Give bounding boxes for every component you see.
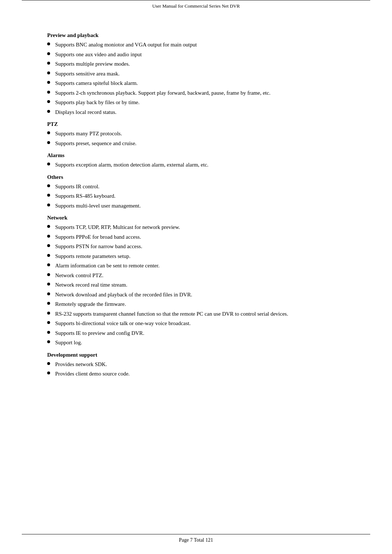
list-item: RS-232 supports transparent channel func…: [47, 310, 345, 318]
list-item-text: Supports bi-directional voice talk or on…: [55, 319, 345, 328]
list-item: Supports bi-directional voice talk or on…: [47, 319, 345, 328]
bullet-icon: [47, 235, 50, 238]
list-item-text: Supports BNC analog moniotor and VGA out…: [55, 41, 345, 49]
bullet-icon: [47, 244, 50, 247]
list-item: Supports preset, sequence and cruise.: [47, 139, 345, 148]
list-item: Supports RS-485 keyboard.: [47, 192, 345, 200]
list-item: Network download and playback of the rec…: [47, 291, 345, 299]
section-heading-network: Network: [47, 215, 345, 221]
list-item: Supports IE to preview and config DVR.: [47, 329, 345, 337]
list-item: Supports camera spiteful block alarm.: [47, 79, 345, 87]
list-item-text: Supports PSTN for narrow band access.: [55, 242, 345, 251]
list-item: Supports remote parameters setup.: [47, 252, 345, 260]
list-item-text: Supports 2-ch synchronous playback. Supp…: [55, 89, 345, 97]
list-item-text: Supports sensitive area mask.: [55, 70, 345, 78]
list-item-text: Network record real time stream.: [55, 281, 345, 289]
section-heading-development-support: Development support: [47, 352, 345, 358]
page-container: User Manual for Commercial Series Net DV…: [0, 0, 392, 554]
bullet-icon: [47, 225, 50, 228]
list-item-text: Supports play back by files or by time.: [55, 98, 345, 107]
list-item-text: Supports exception alarm, motion detecti…: [55, 161, 345, 169]
list-item: Supports 2-ch synchronous playback. Supp…: [47, 89, 345, 97]
list-item: Supports multiple preview modes.: [47, 60, 345, 68]
bullet-list-network: Supports TCP, UDP, RTP, Multicast for ne…: [47, 223, 345, 347]
bullet-icon: [47, 204, 50, 206]
footer-line: Page 7 Total 121: [22, 534, 370, 543]
bullet-icon: [47, 273, 50, 276]
bullet-icon: [47, 372, 50, 374]
bullet-list-preview-playback: Supports BNC analog moniotor and VGA out…: [47, 41, 345, 116]
section-heading-alarms: Alarms: [47, 152, 345, 159]
list-item: Supports PSTN for narrow band access.: [47, 242, 345, 251]
bullet-list-others: Supports IR control.Supports RS-485 keyb…: [47, 182, 345, 210]
list-item: Provides client demo source code.: [47, 370, 345, 378]
bullet-list-alarms: Supports exception alarm, motion detecti…: [47, 161, 345, 169]
list-item-text: Supports one aux video and audio input: [55, 50, 345, 59]
list-item: Supports TCP, UDP, RTP, Multicast for ne…: [47, 223, 345, 231]
list-item: Supports sensitive area mask.: [47, 70, 345, 78]
list-item-text: RS-232 supports transparent channel func…: [55, 310, 345, 318]
page-header: User Manual for Commercial Series Net DV…: [22, 0, 370, 16]
list-item-text: Remotely upgrade the firmware.: [55, 300, 345, 308]
list-item: Remotely upgrade the firmware.: [47, 300, 345, 308]
list-item: Network control PTZ.: [47, 271, 345, 280]
bullet-icon: [47, 110, 50, 113]
list-item-text: Supports multi-level user management.: [55, 202, 345, 210]
list-item: Supports play back by files or by time.: [47, 98, 345, 107]
bullet-icon: [47, 321, 50, 324]
bullet-icon: [47, 194, 50, 197]
bullet-icon: [47, 71, 50, 74]
bullet-icon: [47, 362, 50, 365]
list-item: Supports one aux video and audio input: [47, 50, 345, 59]
page-footer-area: Page 7 Total 121: [22, 534, 370, 543]
list-item-text: Supports many PTZ protocols.: [55, 130, 345, 138]
bullet-icon: [47, 283, 50, 286]
bullet-icon: [47, 42, 50, 45]
list-item-text: Supports IR control.: [55, 182, 345, 191]
list-item-text: Supports IE to preview and config DVR.: [55, 329, 345, 337]
section-heading-ptz: PTZ: [47, 121, 345, 127]
list-item: Displays local record status.: [47, 108, 345, 116]
bullet-icon: [47, 100, 50, 103]
list-item: Supports many PTZ protocols.: [47, 130, 345, 138]
list-item-text: Supports RS-485 keyboard.: [55, 192, 345, 200]
list-item-text: Supports remote parameters setup.: [55, 252, 345, 260]
bullet-icon: [47, 141, 50, 144]
list-item: Network record real time stream.: [47, 281, 345, 289]
section-heading-preview-playback: Preview and playback: [47, 32, 345, 38]
list-item-text: Supports camera spiteful block alarm.: [55, 79, 345, 87]
section-heading-others: Others: [47, 174, 345, 180]
list-item-text: Supports PPPoE for broad band access.: [55, 233, 345, 241]
bullet-icon: [47, 331, 50, 334]
list-item: Supports BNC analog moniotor and VGA out…: [47, 41, 345, 49]
bullet-icon: [47, 292, 50, 295]
list-item-text: Supports preset, sequence and cruise.: [55, 139, 345, 148]
bullet-icon: [47, 81, 50, 84]
list-item-text: Network download and playback of the rec…: [55, 291, 345, 299]
list-item: Provides network SDK.: [47, 360, 345, 369]
list-item-text: Support log.: [55, 338, 345, 347]
list-item-text: Displays local record status.: [55, 108, 345, 116]
bullet-icon: [47, 312, 50, 315]
bullet-list-development-support: Provides network SDK.Provides client dem…: [47, 360, 345, 378]
bullet-list-ptz: Supports many PTZ protocols.Supports pre…: [47, 130, 345, 147]
header-title: User Manual for Commercial Series Net DV…: [152, 3, 240, 9]
list-item-text: Alarm information can be sent to remote …: [55, 262, 345, 270]
bullet-icon: [47, 131, 50, 134]
bullet-icon: [47, 302, 50, 305]
list-item: Alarm information can be sent to remote …: [47, 262, 345, 270]
list-item-text: Supports TCP, UDP, RTP, Multicast for ne…: [55, 223, 345, 231]
list-item-text: Supports multiple preview modes.: [55, 60, 345, 68]
list-item: Supports IR control.: [47, 182, 345, 191]
bullet-icon: [47, 254, 50, 257]
bullet-icon: [47, 163, 50, 165]
list-item-text: Provides client demo source code.: [55, 370, 345, 378]
page-content: Preview and playbackSupports BNC analog …: [0, 16, 392, 409]
bullet-icon: [47, 184, 50, 187]
bullet-icon: [47, 62, 50, 65]
bullet-icon: [47, 263, 50, 266]
bullet-icon: [47, 52, 50, 55]
bullet-icon: [47, 340, 50, 343]
list-item: Supports multi-level user management.: [47, 202, 345, 210]
bullet-icon: [47, 91, 50, 94]
